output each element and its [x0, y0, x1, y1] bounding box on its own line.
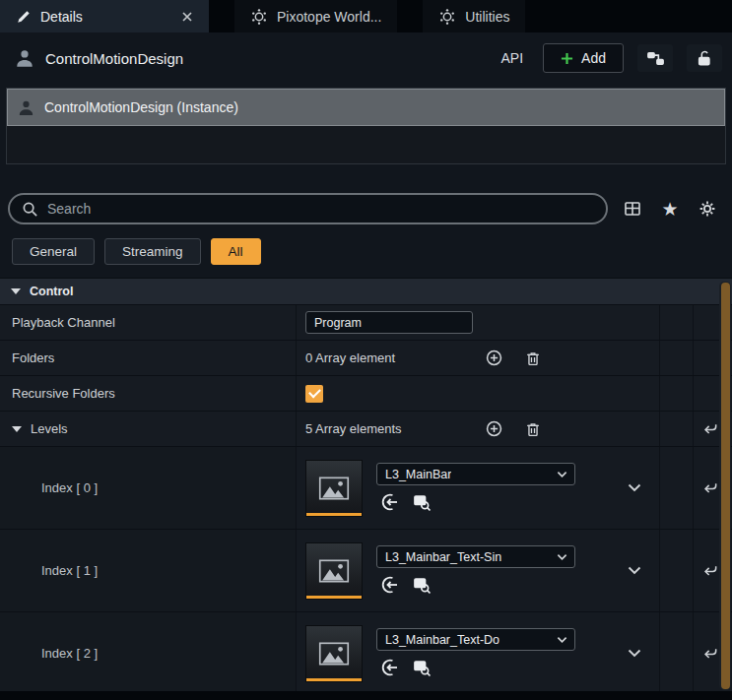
plus-circle-icon — [485, 419, 503, 438]
level-select-dropdown[interactable]: L3_Mainbar_Text-Do — [376, 628, 575, 651]
filter-general[interactable]: General — [12, 238, 95, 265]
scrollbar-track[interactable] — [719, 282, 731, 690]
scrollbar-thumb[interactable] — [721, 283, 730, 689]
row-folders: Folders 0 Array element — [0, 341, 732, 376]
folders-count: 0 Array element — [305, 350, 465, 365]
use-selected-asset-button[interactable] — [378, 491, 400, 513]
lock-open-icon — [696, 49, 713, 67]
index-2-reset-button[interactable] — [699, 643, 721, 665]
tab-pixotope-world-label: Pixotope World... — [277, 9, 381, 25]
filter-all[interactable]: All — [211, 238, 261, 265]
index-0-reset-button[interactable] — [699, 477, 721, 499]
index-2-expand-button[interactable] — [628, 649, 641, 658]
tab-details-label: Details — [40, 9, 83, 25]
actor-person-icon — [17, 98, 35, 117]
row-levels: Levels 5 Array elements — [0, 412, 732, 447]
level-thumbnail[interactable] — [305, 542, 363, 600]
index-0-value: L3_MainBar — [296, 447, 659, 529]
arrow-left-circle-icon — [379, 658, 399, 677]
index-1-expand-button[interactable] — [628, 566, 641, 575]
view-options-button[interactable] — [620, 196, 645, 222]
levels-clear-button[interactable] — [522, 418, 544, 440]
lock-button[interactable] — [687, 44, 722, 72]
use-selected-asset-button[interactable] — [378, 574, 400, 596]
folders-clear-button[interactable] — [522, 348, 544, 369]
level-select-dropdown[interactable]: L3_Mainbar_Text-Sin — [376, 545, 575, 568]
filter-streaming[interactable]: Streaming — [104, 238, 201, 265]
recursive-folders-checkbox[interactable] — [305, 385, 323, 403]
browse-to-asset-button[interactable] — [411, 491, 433, 513]
settings-button[interactable] — [695, 196, 720, 222]
close-tab-icon[interactable] — [181, 11, 193, 23]
folders-label: Folders — [0, 350, 296, 365]
tab-pixotope-world[interactable]: Pixotope World... — [234, 0, 397, 32]
level-select-value: L3_MainBar — [385, 468, 451, 481]
row-index-2: Index [ 2 ] L3_Mainbar_Text-Do — [0, 612, 732, 695]
tab-details[interactable]: Details — [0, 0, 209, 32]
blueprint-graph-button[interactable] — [637, 44, 673, 72]
add-button-label: Add — [581, 50, 606, 66]
folders-value: 0 Array element — [296, 341, 659, 375]
trash-icon — [524, 350, 542, 367]
playback-channel-input[interactable] — [305, 311, 473, 334]
chevron-down-icon — [628, 483, 641, 492]
category-control[interactable]: Control — [0, 279, 732, 305]
add-button[interactable]: Add — [543, 43, 624, 73]
use-selected-asset-button[interactable] — [378, 657, 400, 678]
gear-swirl-icon — [250, 8, 268, 26]
folders-add-element-button[interactable] — [483, 348, 504, 369]
level-select-value: L3_Mainbar_Text-Sin — [385, 550, 501, 564]
plus-circle-icon — [485, 349, 503, 367]
levels-add-element-button[interactable] — [483, 418, 504, 440]
index-0-label: Index [ 0 ] — [0, 447, 296, 529]
row-index-0: Index [ 0 ] L3_MainBar — [0, 447, 732, 530]
arrow-left-circle-icon — [379, 575, 399, 595]
star-icon: ★ — [661, 200, 678, 219]
search-input[interactable] — [47, 201, 594, 217]
instance-list: ControlMotionDesign (Instance) — [6, 88, 726, 164]
row-index-1: Index [ 1 ] L3_Mainbar_Text-Sin — [0, 530, 732, 612]
browse-to-asset-button[interactable] — [411, 574, 433, 596]
instance-row-selected[interactable]: ControlMotionDesign (Instance) — [7, 89, 725, 126]
api-button[interactable]: API — [492, 46, 534, 70]
favorites-button[interactable]: ★ — [657, 196, 683, 222]
reset-arrow-icon — [701, 479, 719, 497]
chevron-down-icon — [628, 566, 641, 575]
row-recursive-folders: Recursive Folders — [0, 376, 732, 412]
category-control-label: Control — [30, 285, 73, 298]
index-1-reset-button[interactable] — [699, 560, 721, 582]
level-thumbnail[interactable] — [305, 625, 363, 682]
browse-magnifier-icon — [412, 658, 432, 677]
filter-row: General Streaming All — [0, 238, 732, 266]
levels-label-cell[interactable]: Levels — [0, 421, 296, 436]
tab-utilities[interactable]: Utilities — [423, 0, 525, 32]
details-panel: Details Pixotope World... Utilities Cont… — [0, 0, 732, 700]
node-graph-icon — [646, 49, 665, 68]
tab-utilities-label: Utilities — [465, 9, 509, 25]
search-box[interactable] — [8, 193, 608, 224]
level-thumbnail[interactable] — [305, 460, 363, 517]
gear-swirl-icon — [438, 8, 456, 26]
index-1-value: L3_Mainbar_Text-Sin — [296, 530, 659, 611]
chevron-down-icon — [557, 636, 567, 644]
triangle-down-icon — [11, 287, 21, 295]
index-0-expand-button[interactable] — [628, 483, 641, 492]
browse-to-asset-button[interactable] — [411, 657, 433, 678]
grid-icon — [623, 199, 642, 219]
chevron-down-icon — [557, 471, 567, 478]
levels-reset-button[interactable] — [699, 418, 721, 440]
reset-arrow-icon — [701, 562, 719, 580]
trash-icon — [524, 420, 542, 438]
chevron-down-icon — [628, 649, 641, 658]
row-playback-channel: Playback Channel — [0, 305, 732, 341]
panel-header: ControlMotionDesign API Add — [0, 32, 732, 84]
level-select-value: L3_Mainbar_Text-Do — [385, 633, 499, 647]
playback-channel-value — [296, 305, 659, 340]
levels-count: 5 Array elements — [305, 421, 465, 436]
actor-person-icon — [14, 47, 35, 69]
levels-value: 5 Array elements — [296, 412, 659, 446]
mountain-image-icon — [315, 470, 353, 507]
pencil-icon — [16, 9, 32, 25]
reset-arrow-icon — [701, 420, 719, 438]
level-select-dropdown[interactable]: L3_MainBar — [376, 463, 575, 485]
